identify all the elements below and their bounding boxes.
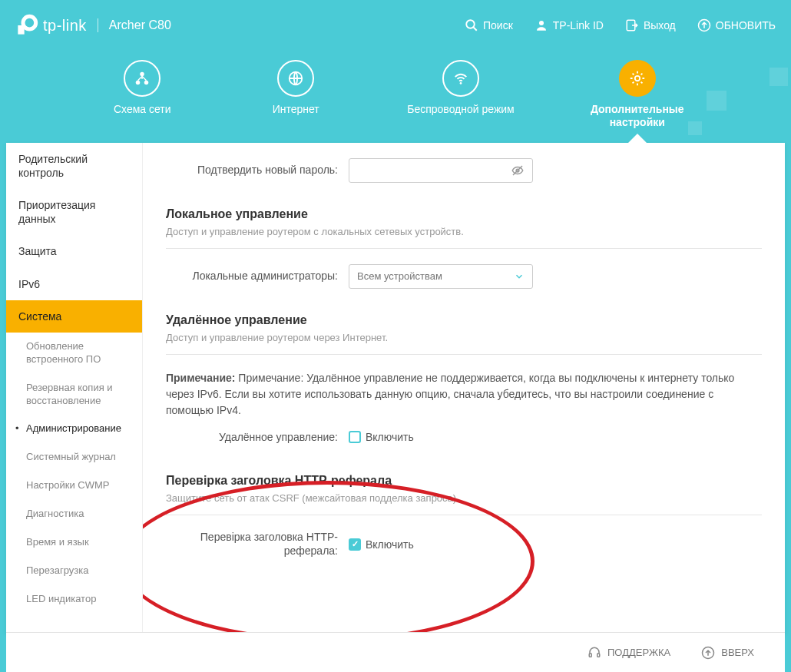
logout-icon bbox=[625, 18, 639, 32]
deco-square bbox=[707, 91, 726, 111]
nav-wireless[interactable]: Беспроводной режим bbox=[407, 60, 515, 129]
confirm-password-label: Подтвердить новый пароль: bbox=[166, 164, 349, 177]
remote-mgmt-label: Удалённое управление: bbox=[166, 431, 349, 444]
remote-mgmt-notice: Примечание: Примечание: Удалённое управл… bbox=[166, 370, 762, 419]
brand-logo: tp-link bbox=[15, 14, 87, 37]
svg-point-9 bbox=[144, 81, 149, 85]
sub-cwmp[interactable]: Настройки CWMP bbox=[6, 472, 142, 500]
content-area: Подтвердить новый пароль: Локальное упра… bbox=[143, 143, 785, 634]
referer-title: Перевірка заголовка HTTP-реферала bbox=[166, 474, 762, 488]
logout-link[interactable]: Выход bbox=[625, 18, 676, 32]
svg-rect-15 bbox=[589, 653, 591, 657]
local-mgmt-desc: Доступ и управление роутером с локальных… bbox=[166, 226, 762, 249]
sub-time[interactable]: Время и язык bbox=[6, 528, 142, 557]
chevron-down-icon bbox=[514, 271, 525, 282]
sidebar-item-qos[interactable]: Приоритезация данных bbox=[6, 189, 142, 235]
search-icon bbox=[465, 18, 478, 32]
local-mgmt-title: Локальное управление bbox=[166, 207, 762, 221]
sub-diag[interactable]: Диагностика bbox=[6, 500, 142, 528]
update-link[interactable]: ОБНОВИТЬ bbox=[697, 18, 776, 32]
update-label: ОБНОВИТЬ bbox=[716, 19, 776, 31]
nav-internet-label: Интернет bbox=[273, 103, 319, 116]
nav-advanced[interactable]: Дополнительные настройки bbox=[584, 60, 691, 129]
update-icon bbox=[697, 18, 711, 32]
nav-internet[interactable]: Интернет bbox=[253, 60, 338, 129]
headset-icon bbox=[587, 646, 601, 660]
referer-checkbox[interactable] bbox=[349, 538, 361, 551]
globe-icon bbox=[277, 60, 314, 97]
model-name: Archer C80 bbox=[98, 18, 171, 32]
remote-mgmt-checkbox[interactable] bbox=[349, 431, 361, 443]
referer-label: Перевірка заголовка HTTP-реферала: bbox=[166, 531, 349, 558]
sidebar-item-parental[interactable]: Родительский контроль bbox=[6, 143, 142, 189]
sidebar-item-system[interactable]: Система bbox=[6, 300, 142, 333]
svg-line-3 bbox=[473, 27, 477, 31]
local-admins-label: Локальные администраторы: bbox=[166, 270, 349, 283]
main-panel: Родительский контроль Приоритезация данн… bbox=[6, 143, 785, 634]
local-admins-value: Всем устройствам bbox=[357, 270, 442, 282]
toplinks: Поиск TP-Link ID Выход ОБНОВИТЬ bbox=[465, 18, 776, 32]
support-label: ПОДДЕРЖКА bbox=[607, 647, 670, 658]
svg-point-12 bbox=[635, 76, 640, 81]
svg-rect-16 bbox=[597, 653, 600, 657]
sidebar-item-security[interactable]: Защита bbox=[6, 235, 142, 267]
sub-admin[interactable]: Администрирование bbox=[6, 415, 142, 443]
up-button[interactable]: ВВЕРХ bbox=[701, 646, 754, 660]
arrow-up-icon bbox=[701, 646, 715, 660]
deco-square bbox=[769, 68, 788, 86]
gear-icon bbox=[619, 60, 656, 97]
eye-off-icon[interactable] bbox=[511, 164, 525, 177]
search-link[interactable]: Поиск bbox=[465, 18, 513, 32]
local-admins-row: Локальные администраторы: Всем устройств… bbox=[166, 264, 762, 289]
brand: tp-link Archer C80 bbox=[15, 14, 171, 37]
nav-advanced-label: Дополнительные настройки bbox=[584, 103, 691, 129]
svg-point-0 bbox=[23, 16, 36, 29]
referer-row: Перевірка заголовка HTTP-реферала: Включ… bbox=[166, 531, 762, 558]
wifi-icon bbox=[442, 60, 479, 97]
remote-mgmt-title: Удалённое управление bbox=[166, 313, 762, 327]
up-label: ВВЕРХ bbox=[721, 647, 754, 658]
nav-wireless-label: Беспроводной режим bbox=[407, 103, 515, 116]
svg-point-11 bbox=[460, 82, 462, 84]
svg-point-4 bbox=[539, 21, 544, 25]
sub-led[interactable]: LED индикатор bbox=[6, 585, 142, 614]
tplink-logo-icon bbox=[15, 14, 38, 37]
tplink-id-label: TP-Link ID bbox=[553, 19, 604, 31]
logout-label: Выход bbox=[644, 19, 676, 31]
footer: ПОДДЕРЖКА ВВЕРХ bbox=[6, 632, 785, 672]
remote-mgmt-desc: Доступ и управление роутером через Интер… bbox=[166, 332, 762, 355]
sub-reboot[interactable]: Перезагрузка bbox=[6, 557, 142, 585]
svg-point-8 bbox=[136, 81, 141, 85]
network-icon bbox=[124, 60, 161, 97]
topbar: tp-link Archer C80 Поиск TP-Link ID Выхо… bbox=[0, 0, 791, 37]
remote-mgmt-row: Удалённое управление: Включить bbox=[166, 431, 762, 444]
user-icon bbox=[535, 18, 548, 32]
sidebar: Родительский контроль Приоритезация данн… bbox=[6, 143, 143, 634]
brand-logo-text: tp-link bbox=[43, 17, 87, 35]
support-button[interactable]: ПОДДЕРЖКА bbox=[587, 646, 670, 660]
main-nav: Схема сети Интернет Беспроводной режим Д… bbox=[0, 60, 791, 129]
sidebar-item-ipv6[interactable]: IPv6 bbox=[6, 268, 142, 300]
remote-mgmt-enable-label: Включить bbox=[366, 431, 414, 443]
sub-firmware[interactable]: Обновление встроенного ПО bbox=[6, 333, 142, 374]
notice-text: Примечание: Удалённое управление не подд… bbox=[166, 372, 734, 416]
confirm-password-input[interactable] bbox=[349, 158, 533, 183]
svg-rect-1 bbox=[18, 25, 24, 35]
nav-network-label: Схема сети bbox=[114, 103, 171, 116]
sub-backup[interactable]: Резервная копия и восстановление bbox=[6, 374, 142, 415]
local-admins-select[interactable]: Всем устройствам bbox=[349, 264, 533, 289]
svg-point-2 bbox=[466, 20, 475, 28]
nav-network[interactable]: Схема сети bbox=[100, 60, 184, 129]
notice-bold: Примечание: bbox=[166, 372, 235, 384]
search-label: Поиск bbox=[483, 19, 513, 31]
tplink-id-link[interactable]: TP-Link ID bbox=[535, 18, 604, 32]
referer-desc: Защитите сеть от атак CSRF (межсайтовая … bbox=[166, 492, 762, 515]
sub-syslog[interactable]: Системный журнал bbox=[6, 443, 142, 472]
referer-enable-label: Включить bbox=[366, 538, 414, 551]
confirm-password-row: Подтвердить новый пароль: bbox=[166, 158, 762, 183]
